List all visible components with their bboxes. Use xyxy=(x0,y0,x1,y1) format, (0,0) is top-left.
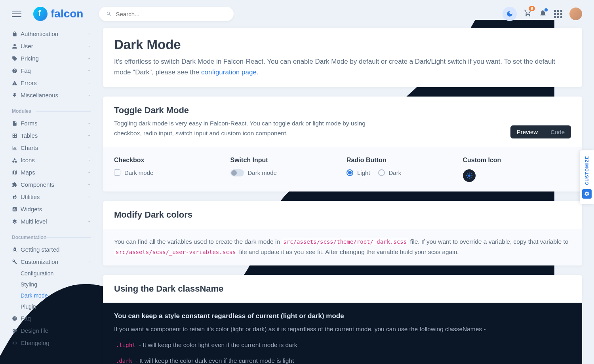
dark-class-code: .dark xyxy=(114,357,134,364)
cart-button[interactable]: 9 xyxy=(524,9,532,19)
sidebar-item-forms[interactable]: Forms xyxy=(12,117,91,129)
modify-body: You can find all the variables used to c… xyxy=(103,229,582,265)
sidebar-item-label: User xyxy=(21,43,33,49)
notifications-button[interactable] xyxy=(539,9,547,19)
fire-icon xyxy=(12,194,21,200)
sidebar-item-user[interactable]: User xyxy=(12,40,91,52)
rocket-icon xyxy=(12,247,21,252)
chevron-down-icon xyxy=(87,218,91,225)
tab-code[interactable]: Code xyxy=(544,125,571,138)
sidebar-item-label: Errors xyxy=(21,80,37,86)
sun-icon xyxy=(466,172,473,179)
chevron-down-icon xyxy=(87,80,91,86)
customize-label: CUSTOMIZE xyxy=(584,156,589,185)
hamburger-menu[interactable] xyxy=(12,9,21,19)
toggle-title: Toggle Dark Mode xyxy=(114,105,571,116)
radio-title: Radio Button xyxy=(346,157,455,164)
chevron-down-icon xyxy=(87,193,91,200)
warning-icon xyxy=(12,80,21,86)
sidebar-item-customization[interactable]: Customization xyxy=(12,256,91,268)
poll-icon xyxy=(12,207,21,212)
chevron-down-icon xyxy=(87,258,91,265)
search-box[interactable] xyxy=(99,7,234,21)
sidebar-item-charts[interactable]: Charts xyxy=(12,142,91,154)
cart-badge: 9 xyxy=(529,6,535,11)
sidebar-item-label: Multi level xyxy=(21,218,47,225)
sidebar-subitem-styling[interactable]: Styling xyxy=(12,279,91,290)
brand-logo[interactable]: falcon xyxy=(33,7,83,21)
sidebar-subitem-dark-mode[interactable]: Dark mode xyxy=(12,290,91,301)
sidebar-item-multi-level[interactable]: Multi level xyxy=(12,215,91,228)
chevron-down-icon xyxy=(87,169,91,176)
theme-toggle-button[interactable] xyxy=(503,7,517,21)
radio-light[interactable] xyxy=(346,169,353,176)
darkmode-switch[interactable] xyxy=(230,169,244,176)
table-icon xyxy=(12,133,21,138)
tags-icon xyxy=(12,56,21,61)
chevron-down-icon xyxy=(87,55,91,62)
sidebar-item-maps[interactable]: Maps xyxy=(12,166,91,178)
using-desc: If you want a component to retain it's c… xyxy=(114,324,571,334)
code-path-2: src/assets/scss/_user-variables.scss xyxy=(114,248,237,256)
customize-tab[interactable]: CUSTOMIZE xyxy=(580,150,594,204)
chevron-down-icon xyxy=(87,92,91,99)
sidebar-item-label: Tables xyxy=(21,132,38,139)
darkmode-checkbox[interactable] xyxy=(114,169,120,176)
sidebar-item-tables[interactable]: Tables xyxy=(12,129,91,142)
sidebar-item-label: Icons xyxy=(21,157,35,163)
sidebar-item-label: Changelog xyxy=(21,339,50,346)
tab-preview[interactable]: Preview xyxy=(510,125,544,138)
custom-icon-button[interactable] xyxy=(463,169,476,182)
chevron-down-icon xyxy=(87,30,91,37)
sidebar-item-design-file[interactable]: Design file xyxy=(12,324,91,337)
sidebar-item-components[interactable]: Components xyxy=(12,178,91,191)
radio-dark[interactable] xyxy=(378,169,385,176)
sidebar-item-miscellaneous[interactable]: Miscellaneous xyxy=(12,89,91,101)
user-icon xyxy=(12,44,21,49)
sidebar-item-faq[interactable]: Faq xyxy=(12,64,91,77)
sidebar-item-faq[interactable]: Faq xyxy=(12,312,91,324)
sidebar-item-label: Faq xyxy=(21,315,31,322)
sidebar-item-label: Components xyxy=(21,181,54,188)
switch-title: Switch Input xyxy=(230,157,339,164)
sidebar-item-label: Authentication xyxy=(21,30,58,37)
sidebar-item-utilities[interactable]: Utilities xyxy=(12,191,91,203)
sidebar-item-getting-started[interactable]: Getting started xyxy=(12,243,91,256)
switch-label: Dark mode xyxy=(248,169,277,176)
sidebar-item-label: Customization xyxy=(21,258,58,265)
chevron-down-icon xyxy=(87,67,91,74)
layers-icon xyxy=(12,219,21,224)
code-path-1: src/assets/scss/theme/root/_dark.scss xyxy=(282,238,408,245)
palette-icon xyxy=(12,328,21,334)
sidebar-item-widgets[interactable]: Widgets xyxy=(12,203,91,215)
code-icon xyxy=(12,340,21,346)
question-icon xyxy=(12,316,21,321)
chevron-down-icon xyxy=(87,144,91,151)
svg-point-0 xyxy=(468,174,470,177)
chevron-down-icon xyxy=(87,43,91,49)
gear-icon xyxy=(582,189,592,199)
sidebar-item-label: Utilities xyxy=(21,193,40,200)
sidebar-item-changelog[interactable]: Changelog xyxy=(12,337,91,349)
sidebar-item-errors[interactable]: Errors xyxy=(12,77,91,89)
file-icon xyxy=(12,121,21,126)
light-class-code: .light xyxy=(114,341,137,349)
apps-grid-button[interactable] xyxy=(554,10,562,18)
using-card: Using the Dark className You can keep a … xyxy=(103,275,582,364)
user-avatar[interactable] xyxy=(569,8,582,20)
search-icon xyxy=(106,11,112,17)
sidebar-item-label: Maps xyxy=(21,169,35,176)
sidebar-item-authentication[interactable]: Authentication xyxy=(12,28,91,40)
sidebar-subitem-plugin[interactable]: Plugin xyxy=(12,301,91,312)
search-input[interactable] xyxy=(116,11,227,17)
modify-card: Modify Dark colors You can find all the … xyxy=(103,201,582,265)
radio-dark-label: Dark xyxy=(389,169,402,176)
notification-dot xyxy=(544,8,548,12)
sidebar-item-icons[interactable]: Icons xyxy=(12,154,91,166)
sidebar-item-pricing[interactable]: Pricing xyxy=(12,52,91,64)
chevron-down-icon xyxy=(87,120,91,127)
custom-icon-title: Custom Icon xyxy=(463,157,571,164)
section-modules: Modules xyxy=(12,108,91,114)
sidebar-subitem-configuration[interactable]: Configuration xyxy=(12,268,91,279)
config-link[interactable]: configuration page xyxy=(201,68,257,76)
